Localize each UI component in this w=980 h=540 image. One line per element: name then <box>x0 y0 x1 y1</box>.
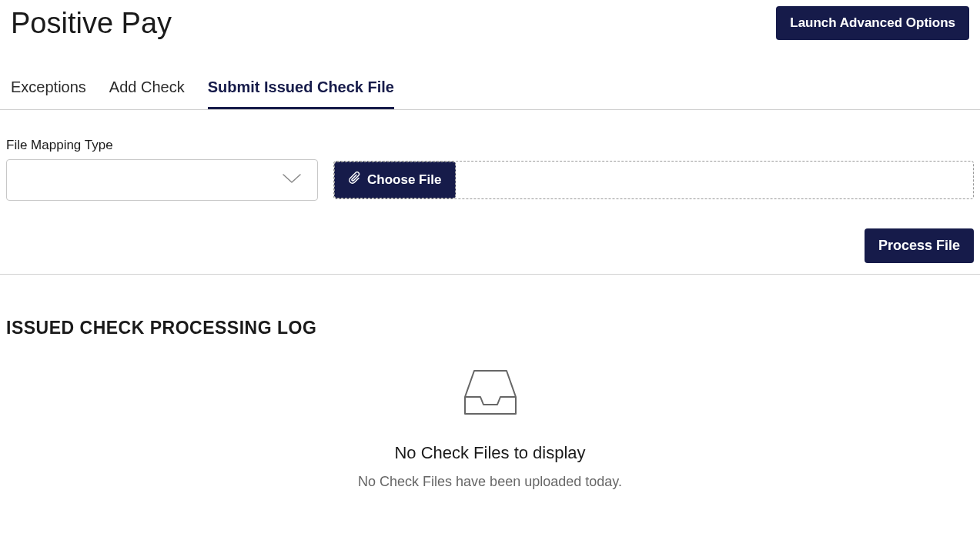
chevron-down-icon <box>282 173 302 187</box>
page-title: Positive Pay <box>11 7 172 40</box>
tab-submit-issued-check-file[interactable]: Submit Issued Check File <box>208 78 394 109</box>
issued-check-processing-log-heading: ISSUED CHECK PROCESSING LOG <box>6 318 974 338</box>
tab-exceptions[interactable]: Exceptions <box>11 78 86 109</box>
file-mapping-type-label: File Mapping Type <box>6 138 318 153</box>
inbox-icon <box>463 369 517 418</box>
empty-state-title: No Check Files to display <box>394 443 585 463</box>
tab-bar: Exceptions Add Check Submit Issued Check… <box>0 78 980 110</box>
paperclip-icon <box>349 172 361 189</box>
choose-file-label: Choose File <box>367 172 441 188</box>
empty-state: No Check Files to display No Check Files… <box>6 369 974 490</box>
choose-file-button[interactable]: Choose File <box>334 162 456 198</box>
file-mapping-type-select[interactable] <box>6 159 318 201</box>
empty-state-subtitle: No Check Files have been uploaded today. <box>358 474 622 490</box>
process-file-button[interactable]: Process File <box>865 228 974 263</box>
file-drop-area[interactable]: Choose File <box>333 161 974 199</box>
tab-add-check[interactable]: Add Check <box>109 78 185 109</box>
launch-advanced-options-button[interactable]: Launch Advanced Options <box>776 6 969 40</box>
